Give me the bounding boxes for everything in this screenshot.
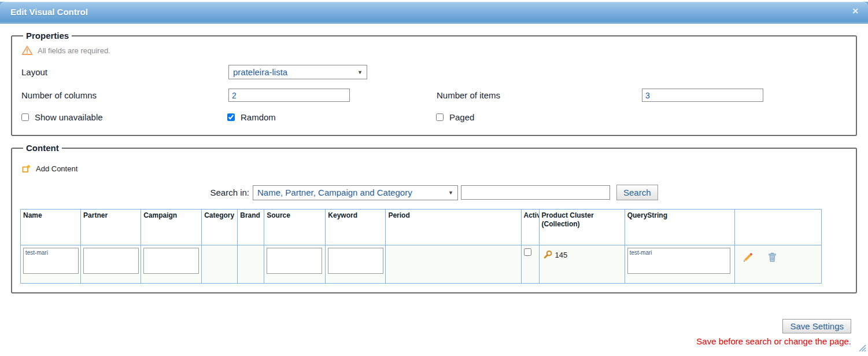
name-field[interactable]: test-mari [23, 248, 79, 274]
cell-category [202, 245, 238, 284]
dialog-titlebar: Edit Visual Control ✕ [0, 2, 868, 24]
search-scope-value: Name, Partner, Campaign and Category [257, 188, 412, 197]
edit-visual-control-dialog: Edit Visual Control ✕ Properties All fie… [0, 2, 868, 346]
campaign-field[interactable] [143, 248, 199, 274]
show-unavailable-group: Show unavailable [20, 112, 227, 122]
search-scope-select[interactable]: Name, Partner, Campaign and Category ▼ [253, 185, 458, 200]
random-group: Ramdom [227, 112, 436, 122]
properties-legend: Properties [23, 31, 72, 41]
cluster-value: 145 [555, 251, 568, 259]
cell-source [264, 245, 326, 284]
properties-section: Properties All fields are required. Layo… [11, 31, 857, 136]
partner-field[interactable] [83, 248, 139, 274]
cell-period [386, 245, 521, 284]
column-header-campaign: Campaign [141, 210, 202, 245]
column-header-source: Source [264, 210, 326, 245]
content-section: Content Add Content Search in: Name, Par… [11, 143, 857, 293]
cell-campaign [141, 245, 202, 284]
dialog-titlebar-inner: Edit Visual Control ✕ [0, 2, 868, 22]
cluster-search-icon[interactable] [544, 250, 553, 259]
column-header-actions [734, 210, 821, 245]
content-legend: Content [23, 143, 62, 153]
cell-brand [238, 245, 264, 284]
cell-name: test-mari [21, 245, 81, 284]
columns-input[interactable] [228, 89, 350, 102]
chevron-down-icon: ▼ [448, 190, 453, 196]
columns-label: Number of columns [20, 90, 228, 100]
dialog-title: Edit Visual Control [10, 7, 88, 17]
required-note: All fields are required. [38, 46, 110, 55]
active-checkbox[interactable] [524, 248, 531, 256]
table-row: test-mari [21, 245, 822, 284]
paged-checkbox[interactable] [436, 113, 444, 121]
column-header-name: Name [21, 210, 81, 245]
numbers-row: Number of columns Number of items [20, 89, 848, 102]
querystring-field[interactable]: test-mari [627, 248, 730, 274]
checkbox-row: Show unavailable Ramdom Paged [20, 112, 848, 122]
cell-active [521, 245, 539, 284]
cell-actions [734, 245, 821, 284]
layout-select-value: prateleira-lista [233, 67, 287, 77]
save-warning-text: Save before search or change the page. [0, 336, 851, 346]
items-label: Number of items [437, 90, 642, 100]
items-input[interactable] [642, 89, 763, 102]
column-header-period: Period [386, 210, 521, 245]
column-header-category: Category [202, 210, 238, 245]
column-header-brand: Brand [238, 210, 264, 245]
delete-icon[interactable] [768, 252, 777, 262]
paged-label: Paged [449, 112, 474, 122]
save-settings-button[interactable]: Save Settings [782, 319, 851, 333]
random-label: Ramdom [241, 112, 276, 122]
content-table: Name Partner Campaign Category Brand Sou… [20, 209, 822, 284]
column-header-product-cluster: Product Cluster (Collection) [539, 210, 625, 245]
column-header-querystring: QueryString [625, 210, 734, 245]
search-button[interactable]: Search [616, 185, 658, 200]
layout-select[interactable]: prateleira-lista ▼ [228, 65, 367, 79]
layout-row: Layout prateleira-lista ▼ [20, 65, 848, 79]
warning-icon [21, 45, 33, 56]
chevron-down-icon: ▼ [357, 69, 363, 75]
close-icon[interactable]: ✕ [852, 7, 859, 15]
required-note-row: All fields are required. [21, 45, 848, 56]
source-field[interactable] [267, 248, 322, 274]
random-checkbox[interactable] [227, 113, 235, 121]
cell-querystring: test-mari [625, 245, 734, 284]
column-header-keyword: Keyword [326, 210, 386, 245]
show-unavailable-checkbox[interactable] [21, 113, 29, 121]
dialog-footer: Save Settings Save before search or chan… [0, 319, 851, 346]
cell-keyword [326, 245, 386, 284]
column-header-active: Activ [521, 210, 539, 245]
search-row: Search in: Name, Partner, Campaign and C… [20, 185, 848, 200]
cell-partner [81, 245, 141, 284]
layout-label: Layout [20, 67, 228, 77]
add-content-icon [22, 164, 31, 173]
edit-icon[interactable] [743, 252, 753, 262]
table-header-row: Name Partner Campaign Category Brand Sou… [21, 210, 822, 245]
search-input[interactable] [461, 185, 610, 200]
resize-handle[interactable] [856, 342, 866, 354]
add-content-label: Add Content [36, 164, 77, 173]
column-header-partner: Partner [81, 210, 141, 245]
cell-product-cluster: 145 [539, 245, 625, 284]
keyword-field[interactable] [328, 248, 383, 274]
add-content-link[interactable]: Add Content [22, 164, 848, 173]
paged-group: Paged [436, 112, 474, 122]
show-unavailable-label: Show unavailable [35, 112, 103, 122]
search-in-label: Search in: [210, 188, 249, 197]
